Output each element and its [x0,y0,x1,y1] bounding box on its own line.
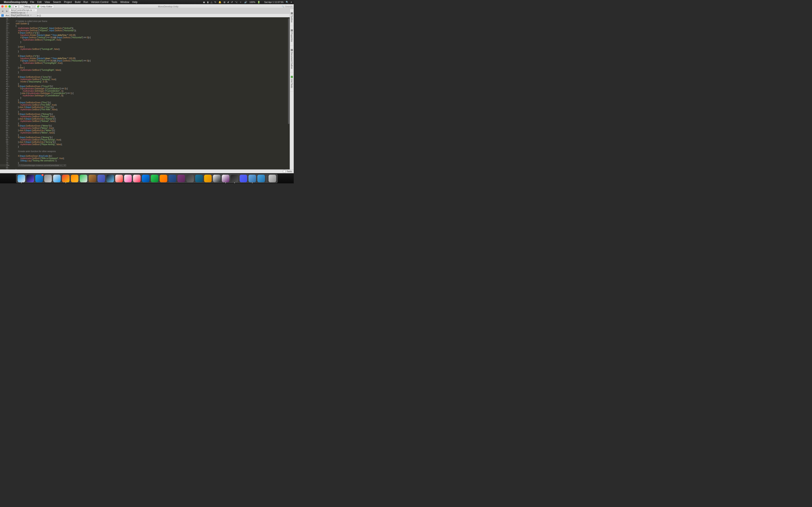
dock-appstore-icon[interactable] [35,175,43,182]
bell-icon[interactable]: 🔔 [218,1,221,4]
d-icon[interactable]: d [227,1,229,3]
code-line[interactable]: myAnimator.SetBool ("TurningRight", true… [11,62,290,64]
tasks-label[interactable]: Tasks [287,170,292,173]
sync-icon[interactable]: ↻ [214,1,216,4]
code-area[interactable]: // Update is called once per frame void … [10,17,290,169]
dock-maps-icon[interactable] [80,175,87,182]
code-line[interactable]: } else if (Input.GetButtonUp ("Reload"))… [11,118,290,120]
side-tab-toolbox[interactable]: Toolbox [290,9,294,26]
code-line[interactable]: myAnimator.SetBool ("Rifle is Equipped",… [11,157,290,160]
code-line[interactable]: if (myAnimator.GetInteger ("CurrentActio… [11,88,290,90]
fold-toggle-icon[interactable]: ▾ [8,32,9,34]
volume-icon[interactable]: 🔊 [244,1,247,4]
battery-icon[interactable]: 🔋 [257,1,260,4]
code-line[interactable]: myAnimator.SetBool ("TurningLeft", false… [11,48,290,50]
search-field[interactable]: Search [282,5,293,8]
code-line[interactable]: } [11,83,290,85]
dock-garageband-icon[interactable] [89,175,96,182]
menu-run[interactable]: Run [84,1,88,4]
code-line[interactable] [11,43,290,46]
run-target-selector[interactable]: 🧩Unity Editor [35,5,54,8]
code-line[interactable]: myAnimator.SetFloat ("VSpeed", Input.Get… [11,27,290,30]
code-line[interactable]: myAnimator.SetBool ("TurningRight", fals… [11,69,290,71]
code-line[interactable]: } [11,99,290,101]
code-line[interactable]: if ((Input.GetAxis ("Vertical") == 0f) &… [11,36,290,39]
code-line[interactable]: void Update () [11,22,290,25]
dock-keynote-icon[interactable] [142,175,150,182]
code-line[interactable]: /* if (GameManager.instance.currentGameS… [11,164,290,166]
dock-discord-icon[interactable] [240,175,247,182]
menu-help[interactable]: Help [132,1,138,4]
code-line[interactable]: } else if (Input.GetButtonUp ("Aiming"))… [11,141,290,143]
menu-search[interactable]: Search [53,1,61,4]
code-line[interactable]: myAnimator.SetBool ("TurningLeft", true)… [11,39,290,41]
code-line[interactable]: if (Input.GetButtonDown ("Crouch")) { [11,85,290,88]
code-line[interactable]: myAnimator.SetBool ("Fire Rifle", true); [11,104,290,106]
dock-clock-icon[interactable] [98,175,105,182]
dock-onenote-icon[interactable] [177,175,185,182]
timemachine-icon[interactable]: ↺ [231,1,233,4]
code-line[interactable] [11,148,290,150]
code-line[interactable]: { [11,25,290,27]
code-line[interactable]: transform.Rotate (Vector3.down * Time.de… [11,57,290,60]
run-config-selector[interactable]: ⛶Debug [19,5,32,8]
code-line[interactable]: Debug.Log ("Testing rifle animations."); [11,160,290,162]
fold-toggle-icon[interactable]: ▾ [8,136,9,138]
code-line[interactable]: if (Input.GetButtonDown ("Melee")) { [11,125,290,127]
code-line[interactable]: } [11,134,290,136]
dock-unity-icon[interactable] [231,175,238,182]
code-line[interactable]: if (Input.GetKeyDown (KeyCode.I)) { [11,155,290,157]
fold-toggle-icon[interactable]: ▾ [8,155,9,157]
dock-photos-icon[interactable] [133,175,141,182]
code-line[interactable]: } [11,50,290,53]
dock-slack-icon[interactable] [222,175,230,182]
code-line[interactable]: myAnimator.SetBool ("Reload", true); [11,115,290,118]
drive-icon[interactable]: △ [211,1,212,4]
code-line[interactable]: if (Input.GetButtonDown ("Jump")) { [11,76,290,78]
side-tab-document-outline[interactable]: Document Outline [290,46,294,72]
fold-toggle-icon[interactable]: ▾ [8,22,9,25]
dock-steam-icon[interactable] [106,175,114,182]
menu-tools[interactable]: Tools [111,1,117,4]
spotlight-icon[interactable]: 🔍 [286,1,289,4]
dock-wordpress-icon[interactable] [195,175,203,182]
dock-vlc-icon[interactable] [71,175,79,182]
zoom-window-button[interactable] [8,5,11,8]
code-line[interactable]: } [11,41,290,43]
dock-calendar-icon[interactable] [115,175,123,182]
code-line[interactable]: } else if (Input.GetButtonUp ("Fire1")) … [11,106,290,108]
dock-chrome-icon[interactable] [62,175,69,182]
dock-trash-icon[interactable] [268,175,276,182]
code-line[interactable] [11,166,290,169]
code-editor[interactable]: 161718▾19202122▾23242526272829303132▾333… [0,17,290,169]
close-tab-icon[interactable]: × [34,9,35,11]
code-line[interactable]: myAnimator.SetBool ("Melee", true); [11,127,290,129]
dock-messages-icon[interactable] [151,175,158,182]
code-line[interactable]: myAnimator.SetInteger ("CurrentAction", … [11,95,290,97]
fold-toggle-icon[interactable]: ▾ [8,55,9,57]
close-tab-icon[interactable]: × [30,14,32,16]
fold-toggle-icon[interactable]: ▾ [8,125,9,127]
fold-toggle-icon[interactable]: ▾ [8,101,9,104]
dock-screensharing-icon[interactable] [257,175,265,182]
code-line[interactable]: if (Input.GetButtonDown ("Aiming")) { [11,136,290,138]
fold-toggle-icon[interactable]: ▸ [8,164,9,166]
code-line[interactable]: if ((Input.GetAxis ("Vertical") == 0f) &… [11,60,290,62]
side-tab-properties[interactable]: Properties [290,26,294,46]
code-line[interactable]: } else { [11,66,290,69]
code-line[interactable]: } [11,64,290,66]
code-line[interactable]: if (Input.GetButtonDown ("Fire1")) { [11,101,290,104]
dock-ibooks-icon[interactable] [160,175,167,182]
grid-icon[interactable]: ⊞ [223,1,225,4]
fold-toggle-icon[interactable]: ▾ [8,66,9,69]
code-line[interactable]: myAnimator.SetBool ("Fire Rifle", false)… [11,108,290,111]
vertical-scrollbar[interactable] [288,17,290,169]
tab-raycastshoot-cs[interactable]: RayCastShoot.cs× [9,14,37,16]
menu-window[interactable]: Window [120,1,130,4]
menu-version-control[interactable]: Version Control [91,1,108,4]
code-line[interactable]: Invoke ("StopJumping", 0.1f); [11,80,290,83]
scrollbar-thumb[interactable] [288,18,290,124]
fold-toggle-icon[interactable]: ▾ [8,113,9,115]
code-line[interactable] [11,53,290,55]
code-line[interactable]: myAnimator.SetInteger ("CurrentAction", … [11,90,290,92]
